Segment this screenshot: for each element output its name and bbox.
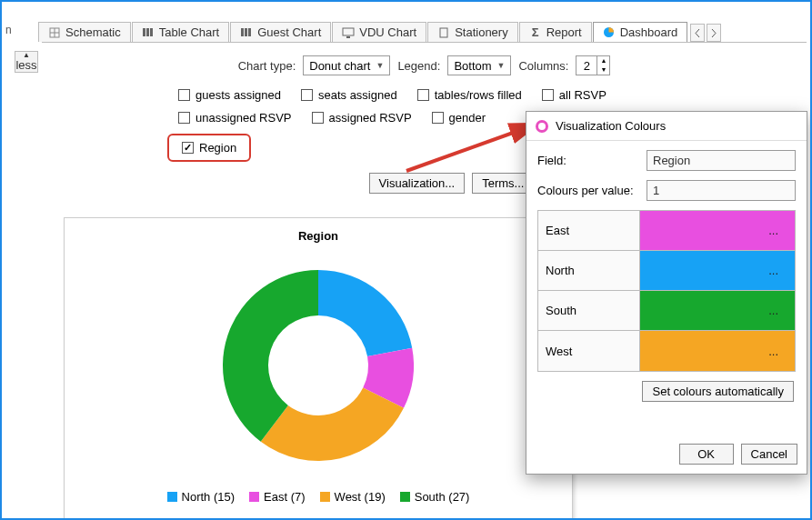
region-highlight: Region xyxy=(167,134,251,162)
chk-seats-assigned[interactable]: seats assigned xyxy=(301,88,397,102)
svg-rect-11 xyxy=(440,28,447,37)
schematic-icon xyxy=(48,26,61,39)
guest-icon xyxy=(240,26,253,39)
tab-table-chart[interactable]: Table Chart xyxy=(132,22,229,42)
chk-tables-rows-filled[interactable]: tables/rows filled xyxy=(417,88,522,102)
tab-nav-next[interactable] xyxy=(707,24,721,42)
columns-label: Columns: xyxy=(518,59,568,73)
tab-label: Guest Chart xyxy=(257,25,321,39)
table-icon xyxy=(142,26,155,39)
colour-table: East ... North ... South ... West ... xyxy=(537,210,796,372)
caret-down-icon: ▼ xyxy=(376,61,384,70)
tab-label: Report xyxy=(546,25,582,39)
tab-label: Schematic xyxy=(65,25,121,39)
monitor-icon xyxy=(342,26,355,39)
tab-label: Dashboard xyxy=(620,25,678,39)
chk-assigned-rsvp[interactable]: assigned RSVP xyxy=(312,111,412,125)
ring-icon xyxy=(536,120,548,133)
tab-label: VDU Chart xyxy=(359,25,416,39)
ok-button[interactable]: OK xyxy=(679,444,734,465)
colour-row-name: South xyxy=(538,291,640,330)
tab-stationery[interactable]: Stationery xyxy=(427,22,518,42)
less-label: less xyxy=(15,58,36,72)
tab-vdu-chart[interactable]: VDU Chart xyxy=(332,22,426,42)
truncated-tab: n xyxy=(5,24,12,36)
tab-schematic[interactable]: Schematic xyxy=(38,22,131,42)
less-button[interactable]: ▲ less xyxy=(15,51,38,73)
chk-unassigned-rsvp[interactable]: unassigned RSVP xyxy=(178,111,292,125)
caret-down-icon: ▼ xyxy=(497,61,506,70)
sigma-icon: Σ xyxy=(529,26,542,39)
chart-title: Region xyxy=(65,229,572,243)
field-input[interactable]: Region xyxy=(647,150,796,171)
tab-nav-prev[interactable] xyxy=(690,24,705,42)
dialog-title: Visualization Colours xyxy=(556,119,666,133)
svg-rect-3 xyxy=(143,28,145,36)
colour-row-name: West xyxy=(538,331,640,371)
tab-label: Table Chart xyxy=(159,25,219,39)
columns-value: 2 xyxy=(576,59,596,73)
svg-rect-6 xyxy=(241,28,244,36)
svg-rect-9 xyxy=(343,28,354,35)
tab-strip: Schematic Table Chart Guest Chart VDU Ch… xyxy=(38,20,805,42)
spin-up[interactable]: ▲ xyxy=(597,56,609,65)
svg-rect-7 xyxy=(245,28,247,36)
chk-all-rsvp[interactable]: all RSVP xyxy=(542,88,606,102)
chart-type-value: Donut chart xyxy=(309,59,370,73)
chart-type-select[interactable]: Donut chart ▼ xyxy=(303,55,390,75)
chart-panel: Region North (15) East (7) West (19) Sou… xyxy=(64,217,573,520)
colour-row-name: North xyxy=(538,251,640,290)
legend-label: Legend: xyxy=(397,59,440,73)
set-colours-automatically-button[interactable]: Set colours automatically xyxy=(642,381,794,402)
chk-guests-assigned[interactable]: guests assigned xyxy=(178,88,281,102)
svg-rect-5 xyxy=(150,28,153,36)
field-label: Field: xyxy=(537,154,647,167)
pie-icon xyxy=(603,26,616,39)
legend-east: East (7) xyxy=(249,490,306,504)
visualization-colours-dialog: Visualization Colours Field: Region Colo… xyxy=(526,111,807,475)
tab-label: Stationery xyxy=(455,25,508,39)
legend-west: West (19) xyxy=(320,490,386,504)
cancel-button[interactable]: Cancel xyxy=(741,444,797,465)
donut-chart xyxy=(65,252,572,479)
chart-legend: North (15) East (7) West (19) South (27) xyxy=(65,490,572,504)
stationery-icon xyxy=(437,26,450,39)
tab-guest-chart[interactable]: Guest Chart xyxy=(230,22,331,42)
colours-per-value-label: Colours per value: xyxy=(537,184,647,197)
legend-north: North (15) xyxy=(167,490,236,504)
colours-per-value-input[interactable]: 1 xyxy=(647,180,796,201)
spin-down[interactable]: ▼ xyxy=(597,65,609,75)
colour-swatch-east[interactable]: ... xyxy=(640,211,795,250)
colour-row-name: East xyxy=(538,211,640,250)
chk-region[interactable]: Region xyxy=(182,141,236,155)
legend-value: Bottom xyxy=(454,59,491,73)
chk-gender[interactable]: gender xyxy=(432,111,486,125)
chart-type-label: Chart type: xyxy=(238,59,296,73)
columns-spinner[interactable]: 2 ▲ ▼ xyxy=(576,55,610,75)
colour-swatch-south[interactable]: ... xyxy=(640,291,795,330)
legend-select[interactable]: Bottom ▼ xyxy=(447,55,511,75)
colour-swatch-west[interactable]: ... xyxy=(640,331,795,371)
dialog-titlebar[interactable]: Visualization Colours xyxy=(526,112,807,141)
tab-dashboard[interactable]: Dashboard xyxy=(593,22,688,42)
visualization-button[interactable]: Visualization... xyxy=(369,173,466,194)
svg-rect-8 xyxy=(248,28,251,36)
tab-report[interactable]: Σ Report xyxy=(519,22,592,42)
legend-south: South (27) xyxy=(400,490,470,504)
svg-rect-4 xyxy=(146,28,149,36)
colour-swatch-north[interactable]: ... xyxy=(640,251,795,290)
